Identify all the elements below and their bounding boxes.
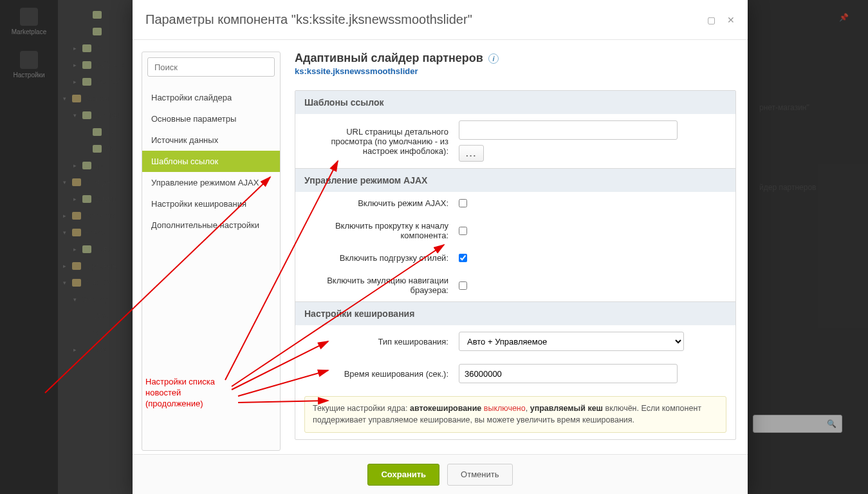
cache-type-select[interactable]: Авто + Управляемое xyxy=(459,332,684,351)
ajax-styles-checkbox[interactable] xyxy=(459,254,467,262)
menu-item[interactable]: Настройки слайдера xyxy=(142,87,280,108)
field-cache-type: Тип кеширования: Авто + Управляемое xyxy=(295,325,735,357)
maximize-icon[interactable]: ▢ xyxy=(707,15,716,25)
cache-notice: Текущие настройки ядра: автокеширование … xyxy=(304,396,726,433)
browse-button[interactable]: ... xyxy=(459,145,484,162)
field-ajax-enable: Включить режим AJAX: xyxy=(295,192,735,214)
component-params-dialog: Параметры компонента "ks:kssite.jksnewss… xyxy=(133,0,748,494)
field-detail-url: URL страницы детального просмотра (по ум… xyxy=(295,114,735,168)
field-label: Время кеширования (сек.): xyxy=(304,369,459,379)
ajax-nav-checkbox[interactable] xyxy=(459,281,467,290)
menu-item[interactable]: Источник данных xyxy=(142,129,280,151)
cancel-button[interactable]: Отменить xyxy=(447,464,512,486)
close-icon[interactable]: ✕ xyxy=(727,15,735,25)
save-button[interactable]: Сохранить xyxy=(367,464,439,486)
detail-url-input[interactable] xyxy=(459,120,678,140)
info-icon[interactable]: i xyxy=(488,53,499,64)
cache-time-input[interactable] xyxy=(459,364,678,383)
menu-item[interactable]: Шаблоны ссылок xyxy=(142,151,280,172)
dialog-body: Настройки слайдераОсновные параметрыИсто… xyxy=(133,40,748,454)
menu-item[interactable]: Управление режимом AJAX xyxy=(142,172,280,193)
section-links-header: Шаблоны ссылок xyxy=(295,91,735,114)
menu-search-input[interactable] xyxy=(147,57,275,77)
field-label: Включить режим AJAX: xyxy=(304,198,459,208)
ajax-enable-checkbox[interactable] xyxy=(459,199,467,207)
dialog-title: Параметры компонента "ks:kssite.jksnewss… xyxy=(145,12,472,27)
field-label: Включить эмуляцию навигации браузера: xyxy=(304,276,459,295)
field-label: URL страницы детального просмотра (по ум… xyxy=(304,127,459,156)
dialog-footer: Сохранить Отменить xyxy=(133,454,748,494)
menu-item[interactable]: Дополнительные настройки xyxy=(142,214,280,236)
dialog-header: Параметры компонента "ks:kssite.jksnewss… xyxy=(133,0,748,40)
field-ajax-scroll: Включить прокрутку к началу компонента: xyxy=(295,214,735,247)
menu-item[interactable]: Настройки кеширования xyxy=(142,193,280,214)
section-cache-header: Настройки кеширования xyxy=(295,301,735,325)
menu-item[interactable]: Основные параметры xyxy=(142,108,280,129)
ajax-scroll-checkbox[interactable] xyxy=(459,227,467,235)
settings-content: Адаптивный слайдер партнеров i ks:kssite… xyxy=(281,52,739,454)
field-cache-time: Время кеширования (сек.): xyxy=(295,357,735,390)
settings-menu: Настройки слайдераОсновные параметрыИсто… xyxy=(142,52,281,451)
field-ajax-styles: Включить подгрузку стилей: xyxy=(295,247,735,269)
content-subtitle: ks:kssite.jksnewssmoothslider xyxy=(295,66,739,76)
content-title: Адаптивный слайдер партнеров i xyxy=(295,52,739,65)
menu-search-wrap xyxy=(142,52,280,82)
field-label: Тип кеширования: xyxy=(304,337,459,347)
section-ajax-header: Управление режимом AJAX xyxy=(295,168,735,192)
field-label: Включить подгрузку стилей: xyxy=(304,253,459,263)
field-label: Включить прокрутку к началу компонента: xyxy=(304,221,459,240)
field-ajax-nav: Включить эмуляцию навигации браузера: xyxy=(295,269,735,301)
settings-scroll[interactable]: Шаблоны ссылок URL страницы детального п… xyxy=(295,90,739,454)
